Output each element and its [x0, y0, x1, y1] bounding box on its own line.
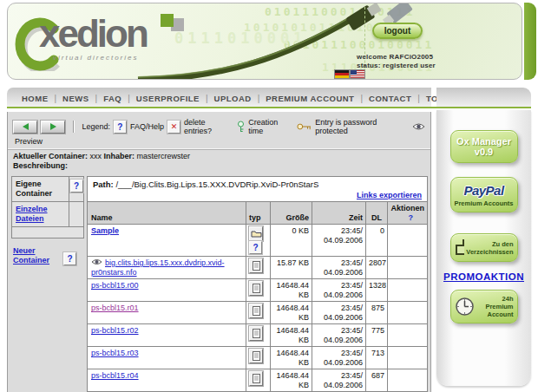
nav-separator: | [417, 94, 420, 103]
file-link[interactable]: Sample [91, 226, 119, 235]
main-nav: HOME|NEWS|FAQ|USERPROFILE|UPLOAD|PREMIUM… [7, 88, 431, 107]
description-label: Beschreibung: [13, 161, 68, 170]
actions-cell [388, 324, 428, 347]
logo-tagline: virtual directories [53, 54, 138, 62]
nav-item-home[interactable]: HOME [22, 94, 49, 103]
file-icon [249, 326, 263, 341]
toolbar-divider [73, 121, 74, 133]
help-icon[interactable]: ? [63, 252, 76, 265]
premium-24h-button[interactable]: 24h Premium Account [450, 290, 518, 323]
column-header-name: Name [88, 202, 246, 225]
column-header-size: Größe [271, 202, 312, 225]
status-line: status: registered user [357, 62, 436, 70]
table-row: big.clits.big.lips.15.xxx.dvdrip.xvid-pr… [88, 257, 428, 279]
table-row: ps-bcbl15.r03 14648.44 KB 23:45/04.09.20… [88, 347, 428, 369]
file-link[interactable]: ps-bcbl15.r01 [91, 304, 139, 312]
actions-cell [388, 225, 428, 257]
table-row: ps-bcbl15.r00 14648.44 KB 23:45/04.09.20… [88, 279, 428, 302]
file-icon [249, 281, 263, 296]
next-button[interactable] [41, 121, 65, 134]
site-header: 0101110001000111 1010101011101001 001011… [7, 3, 522, 80]
actions-cell [388, 279, 428, 302]
nav-separator: | [95, 94, 98, 103]
container-sidebar: Eigene Container ? Einzelne Dateien Neue… [11, 176, 84, 265]
nav-item-premium-account[interactable]: PREMIUM ACCOUNT [266, 94, 354, 103]
nav-separator: | [128, 94, 130, 103]
file-listing: Path: /___/Big.Clits.Big.Lips.15.XXX.DVD… [87, 176, 428, 392]
actions-cell [388, 369, 428, 392]
directories-button[interactable]: Zu den Verzeichnissen [450, 233, 518, 262]
single-files-link[interactable]: Einzelne Dateien [16, 205, 67, 224]
nav-separator: | [258, 94, 260, 103]
column-header-actions: Aktionen ? [388, 202, 428, 225]
right-accent-bar [524, 3, 536, 80]
column-header-typ: typ [246, 202, 271, 225]
key-gold-icon [297, 122, 312, 131]
nav-separator: | [206, 94, 208, 103]
legend-label-creation: Creation time [248, 118, 293, 135]
main-panel: Legend: ? FAQ/Help ✕ delete entries? Cre… [7, 112, 431, 392]
toolbar: Legend: ? FAQ/Help ✕ delete entries? Cre… [8, 112, 430, 135]
table-row: Sample ? 0 KB 23:45/04.09.2006 0 [88, 225, 428, 257]
own-containers-title: Eigene Container [12, 177, 69, 201]
current-container-label: Aktueller Container: [13, 152, 88, 160]
question-icon: ? [114, 121, 127, 134]
table-row: ps-bcbl15.r02 14648.44 KB 23:45/04.09.20… [88, 324, 428, 347]
logo[interactable]: xedion virtual directories [11, 12, 211, 78]
current-container-value: xxx [90, 152, 102, 160]
file-link[interactable]: ps-bcbl15.r03 [91, 349, 139, 357]
nav-underline [7, 107, 531, 108]
legend-label-faq: FAQ/Help [130, 122, 164, 131]
legend-label-password: Entry is password protected [315, 118, 409, 135]
new-container-link[interactable]: Neuer Container [13, 246, 58, 265]
paypal-logo: PayPal [453, 183, 515, 198]
promo-sidebar: Ox Manager v0.9 PayPal Premium Accounts … [436, 110, 531, 386]
logout-button[interactable]: logout [372, 23, 423, 39]
eye-icon [91, 258, 102, 268]
file-table: Name typ Größe Zeit DL Aktionen ? Sample… [87, 201, 428, 392]
file-link[interactable]: ps-bcbl15.r02 [91, 326, 139, 335]
welcome-status: welcome RAFCiO2005 status: registered us… [357, 53, 436, 70]
nav-separator: | [360, 94, 363, 103]
file-icon [249, 371, 263, 386]
left-arrow-icon [23, 123, 29, 130]
file-icon [249, 349, 263, 363]
path-value: /___/Big.Clits.Big.Lips.15.XXX.DVDRip.Xv… [115, 180, 318, 189]
nav-item-userprofile[interactable]: USERPROFILE [136, 94, 200, 103]
folder-icon [249, 226, 263, 241]
ox-manager-button[interactable]: Ox Manager v0.9 [450, 130, 518, 163]
file-link[interactable]: ps-bcbl15.r00 [91, 281, 139, 290]
column-header-dl: DL [366, 202, 388, 225]
nav-item-faq[interactable]: FAQ [103, 94, 121, 103]
help-icon[interactable]: ? [70, 180, 83, 193]
paypal-button[interactable]: PayPal Premium Accounts [450, 177, 518, 212]
owner-value: mastercrewster [137, 152, 191, 160]
nav-item-contact[interactable]: CONTACT [369, 94, 411, 103]
legend-label: Legend: [82, 122, 110, 131]
actions-cell [388, 302, 428, 324]
type-help-icon[interactable]: ? [249, 241, 262, 254]
file-link[interactable]: ps-bcbl15.r04 [91, 371, 139, 380]
file-link[interactable]: big.clits.big.lips.15.xxx.dvdrip.xvid-pr… [91, 258, 225, 277]
actions-help-icon[interactable]: ? [390, 213, 413, 222]
table-row: ps-bcbl15.r04 14648.44 KB 23:45/04.09.20… [88, 369, 428, 392]
welcome-line: welcome RAFCiO2005 [357, 53, 436, 62]
export-links[interactable]: Links exportieren [357, 191, 422, 199]
right-arrow-icon [50, 123, 56, 130]
nav-item-news[interactable]: NEWS [62, 94, 89, 103]
legend-label-delete: delete entries? [184, 118, 233, 135]
binary-decoration: 0101110001000111 [265, 5, 415, 18]
file-icon [249, 258, 263, 273]
promo-link[interactable]: PROMOAKTION [436, 271, 531, 282]
table-header-row: Name typ Größe Zeit DL Aktionen ? [88, 202, 428, 225]
nav-separator: | [55, 94, 57, 103]
preview-legend-label: Preview [8, 135, 430, 149]
german-flag-icon[interactable] [334, 69, 350, 79]
us-flag-icon[interactable] [350, 69, 365, 79]
logo-text: xedion [39, 12, 147, 56]
actions-cell [388, 257, 428, 279]
column-header-time: Zeit [312, 202, 366, 225]
container-info: Aktueller Container: xxx Inhaber: master… [8, 149, 430, 173]
nav-item-upload[interactable]: UPLOAD [214, 94, 252, 103]
prev-button[interactable] [13, 121, 37, 134]
